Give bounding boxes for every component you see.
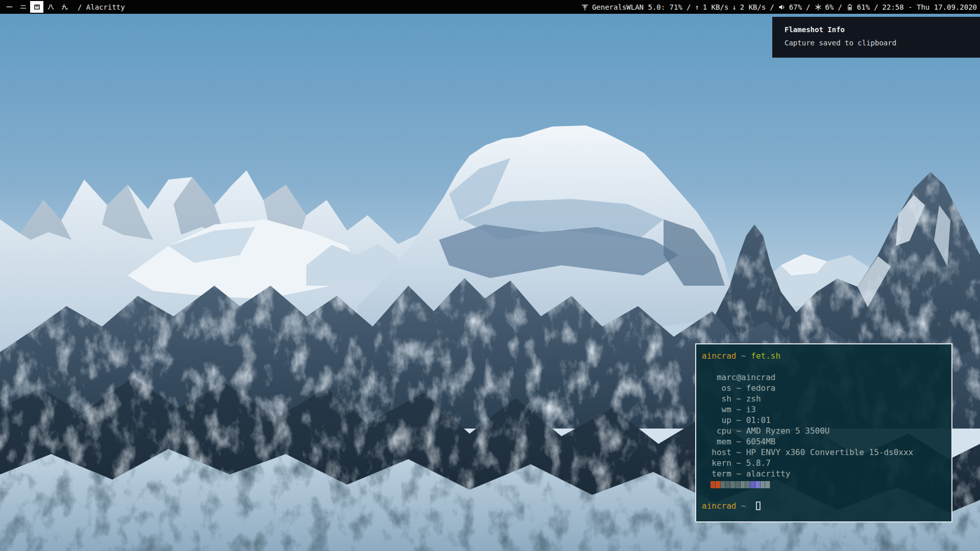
- terminal-blank-line: [702, 361, 947, 372]
- palette-swatch-6: [741, 481, 746, 488]
- palette-swatch-2: [721, 481, 726, 488]
- battery-icon: [846, 4, 853, 11]
- cpu-value: 6%: [825, 3, 834, 11]
- terminal-input-line[interactable]: aincrad~: [702, 500, 947, 511]
- focused-window-title: / Alacritty: [78, 3, 125, 11]
- upload-arrow-icon: ↑: [695, 3, 699, 11]
- desktop: / Alacritty GeneralsWLAN 5.0: 71% / ↑ 1 …: [0, 0, 980, 551]
- notification-title: Flameshot Info: [785, 26, 980, 34]
- workspace-button-4[interactable]: [30, 1, 43, 13]
- battery-value: 61%: [857, 3, 870, 11]
- palette-swatch-9: [755, 481, 761, 488]
- palette-swatch-0: [710, 481, 716, 488]
- notification-body: Capture saved to clipboard: [785, 39, 980, 47]
- volume-status[interactable]: 67%: [778, 3, 802, 11]
- prompt-hostname: aincrad: [702, 501, 736, 511]
- workspace-glyph-2: [19, 3, 27, 11]
- prompt-command: fet.sh: [751, 351, 780, 361]
- asterisk-icon: [815, 4, 822, 11]
- status-separator: /: [806, 3, 810, 11]
- palette-swatch-3: [725, 481, 730, 488]
- palette-swatch-5: [736, 481, 741, 488]
- palette-swatch-11: [765, 481, 770, 488]
- prompt-tilde: ~: [741, 501, 746, 511]
- workspace-glyph-9: [61, 3, 68, 11]
- workspace-glyph-4: [33, 3, 41, 11]
- cpu-status[interactable]: 6%: [815, 3, 834, 11]
- alacritty-terminal[interactable]: aincrad~fet.sh marc@aincrad os ~ fedora …: [695, 343, 952, 522]
- workspace-button-9[interactable]: [58, 1, 71, 13]
- palette-swatch-10: [761, 481, 766, 488]
- palette-swatch-8: [750, 481, 755, 488]
- color-palette: [702, 479, 947, 490]
- workspace-button-8[interactable]: [44, 1, 57, 13]
- fetch-output: marc@aincrad os ~ fedora sh ~ zsh wm ~ i…: [702, 372, 947, 479]
- network-status[interactable]: GeneralsWLAN 5.0: 71%: [581, 3, 682, 11]
- palette-swatch-7: [745, 481, 750, 488]
- prompt-hostname: aincrad: [702, 351, 736, 361]
- prompt-tilde: ~: [741, 351, 746, 361]
- status-bar: GeneralsWLAN 5.0: 71% / ↑ 1 KB/s ↓ 2 KB/…: [581, 3, 977, 11]
- download-arrow-icon: ↓: [732, 3, 736, 11]
- status-separator: /: [874, 3, 878, 11]
- download-rate: 2 KB/s: [740, 3, 766, 11]
- status-separator: /: [838, 3, 842, 11]
- battery-status[interactable]: 61%: [846, 3, 870, 11]
- flameshot-notification[interactable]: Flameshot Info Capture saved to clipboar…: [772, 17, 980, 58]
- status-separator: /: [770, 3, 774, 11]
- workspace-button-2[interactable]: [16, 1, 30, 13]
- terminal-blank-line: [702, 490, 947, 500]
- wifi-icon: [581, 4, 589, 11]
- upload-rate: 1 KB/s: [703, 3, 729, 11]
- clock[interactable]: 22:58 - Thu 17.09.2020: [883, 3, 977, 11]
- network-throughput[interactable]: ↑ 1 KB/s ↓ 2 KB/s: [695, 3, 766, 11]
- status-separator: /: [687, 3, 691, 11]
- palette-swatch-1: [716, 481, 721, 488]
- terminal-prompt-line: aincrad~fet.sh: [702, 350, 947, 361]
- workspace-glyph-1: [6, 3, 13, 11]
- palette-swatch-4: [730, 481, 736, 488]
- network-label: GeneralsWLAN 5.0: 71%: [592, 3, 682, 11]
- workspace-button-1[interactable]: [3, 1, 16, 13]
- i3-bar: / Alacritty GeneralsWLAN 5.0: 71% / ↑ 1 …: [0, 0, 980, 14]
- volume-value: 67%: [789, 3, 802, 11]
- workspace-glyph-8: [47, 3, 55, 11]
- workspace-list: [3, 1, 71, 13]
- speaker-icon: [778, 4, 786, 11]
- terminal-cursor: [756, 502, 761, 510]
